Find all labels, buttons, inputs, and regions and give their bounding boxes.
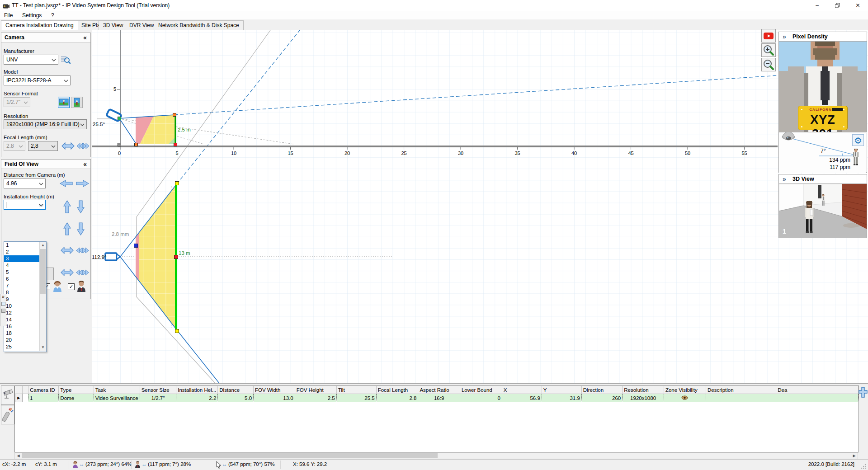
expand-panel-icon2[interactable]: » (783, 174, 786, 183)
col-tilt[interactable]: Tilt (336, 386, 376, 394)
cell-lower-bound[interactable]: 0 (460, 394, 502, 402)
distance-increase-arrow[interactable] (76, 180, 89, 187)
lower-bound-down-arrow[interactable] (77, 222, 85, 235)
menu-settings[interactable]: Settings (19, 12, 45, 19)
collapse-left-icon2[interactable]: « (83, 160, 87, 169)
cell-aspect-ratio[interactable]: 16:9 (418, 394, 460, 402)
menu-file[interactable]: File (1, 12, 16, 19)
distance-widen-arrow[interactable] (61, 269, 74, 276)
expand-panel-icon[interactable]: » (783, 32, 786, 41)
close-button[interactable]: ✕ (848, 0, 868, 11)
orientation-landscape-button[interactable] (58, 97, 70, 108)
col-focal-length[interactable]: Focal Length (376, 386, 418, 394)
cell-focal-length[interactable]: 2.8 (376, 394, 418, 402)
col-sensor-size[interactable]: Sensor Size (140, 386, 176, 394)
cell-task[interactable]: Video Surveillance (94, 394, 140, 402)
handle-plan-center[interactable] (175, 255, 178, 259)
collapsed-panel-strip[interactable]: » (0, 294, 6, 326)
handle-camera-side[interactable] (118, 117, 121, 120)
manufacturer-select[interactable]: UNV (4, 55, 58, 65)
menu-help[interactable]: ? (48, 12, 57, 19)
add-camera-button[interactable] (859, 386, 868, 398)
cell-camera-id[interactable]: 1 (28, 394, 58, 402)
installation-height-dropdown-list[interactable]: 1 2 3 4 5 6 7 8 9 10 12 14 16 18 20 25 ▲… (4, 241, 47, 352)
handle-near-ground[interactable] (135, 143, 138, 146)
cable-tool-button[interactable] (1, 405, 14, 424)
scroll-left-icon[interactable]: ◀ (15, 453, 22, 459)
eye-icon[interactable] (681, 395, 688, 400)
camera-group-header[interactable]: Camera « (1, 33, 90, 42)
focal-length-select[interactable]: 2,8 (28, 141, 58, 151)
camera-list-tool-button[interactable] (1, 385, 14, 405)
resize-grip[interactable] (860, 463, 866, 469)
gear-icon[interactable]: ⚙ (852, 134, 864, 146)
cell-x[interactable]: 56.9 (502, 394, 542, 402)
table-row[interactable]: ▶ 1 Dome Video Surveillance 1/2.7" 2.2 5… (15, 394, 859, 402)
col-task[interactable]: Task (94, 386, 140, 394)
tab-network-bandwidth[interactable]: Network Bandwidth & Disk Space (154, 20, 244, 30)
pixel-density-header[interactable]: » Pixel Density (779, 32, 867, 42)
col-camera-id[interactable]: Camera ID (28, 386, 58, 394)
scroll-right-icon[interactable]: ▶ (851, 453, 858, 459)
scroll-down-icon[interactable]: ▼ (40, 344, 46, 351)
view-3d-thumbnail[interactable]: 1 (779, 184, 867, 238)
cell-resolution[interactable]: 1920x1080 (623, 394, 664, 402)
view-3d-header[interactable]: » 3D View (779, 174, 867, 184)
fov-group-header[interactable]: Field Of View « (1, 160, 90, 169)
col-direction[interactable]: Direction (581, 386, 622, 394)
cell-y[interactable]: 31.9 (542, 394, 581, 402)
distance-select[interactable]: 4.96 (4, 179, 46, 188)
cell-direction[interactable]: 260 (581, 394, 622, 402)
col-x[interactable]: X (502, 386, 542, 394)
cell-installation-height[interactable]: 2.2 (176, 394, 218, 402)
distance-step-arrows[interactable] (75, 269, 89, 276)
cell-tilt[interactable]: 25.5 (336, 394, 376, 402)
col-description[interactable]: Description (706, 386, 776, 394)
col-y[interactable]: Y (542, 386, 581, 394)
row-selector[interactable]: ▶ (15, 394, 23, 402)
focal-length-fixed-select[interactable]: 2.8 (4, 141, 25, 151)
distance-decrease-arrow[interactable] (60, 180, 73, 187)
show-man-checkbox[interactable]: ✓ (68, 283, 75, 290)
table-horizontal-scrollbar[interactable]: ◀ ▶ (14, 452, 858, 459)
orientation-portrait-button[interactable] (71, 97, 83, 108)
fov-widen-arrow[interactable] (61, 247, 74, 254)
handle-fov-top[interactable] (173, 113, 176, 117)
col-fov-width[interactable]: FOV Width (254, 386, 295, 394)
height-up-arrow[interactable] (63, 200, 71, 213)
col-installation-height[interactable]: Installation Hei... (176, 386, 218, 394)
drawing-canvas[interactable]: 5 0 5 10 15 20 25 30 35 40 45 50 55 (92, 30, 868, 383)
tab-3d-view[interactable]: 3D View (99, 20, 127, 30)
cell-distance[interactable]: 5.0 (218, 394, 254, 402)
col-fov-height[interactable]: FOV Height (295, 386, 336, 394)
collapse-left-icon[interactable]: « (83, 33, 87, 42)
resolution-select[interactable]: 1920x1080 (2MP 16:9 FullHD) (4, 119, 87, 129)
height-down-arrow[interactable] (77, 200, 85, 213)
scroll-up-icon[interactable]: ▲ (40, 242, 46, 249)
cell-fov-height[interactable]: 2.5 (295, 394, 336, 402)
model-select[interactable]: IPC322LB-SF28-A (4, 75, 71, 85)
cell-sensor-size[interactable]: 1/2.7" (140, 394, 176, 402)
fov-step-arrows[interactable] (75, 247, 89, 254)
restore-button[interactable] (827, 0, 848, 11)
expand-right-icon[interactable]: » (0, 294, 6, 299)
camera-search-button[interactable] (60, 55, 71, 65)
sensor-format-select[interactable]: 1/2.7" (4, 97, 30, 107)
col-type[interactable]: Type (59, 386, 94, 394)
tab-camera-installation-drawing[interactable]: Camera Installation Drawing (1, 20, 78, 31)
lower-bound-up-arrow[interactable] (63, 222, 71, 235)
col-zone-visibility[interactable]: Zone Visibility (664, 386, 706, 394)
focal-widen-arrow-button[interactable] (61, 142, 75, 150)
minimize-button[interactable]: – (807, 0, 827, 11)
handle-far-ground[interactable] (174, 143, 177, 146)
col-aspect-ratio[interactable]: Aspect Ratio (418, 386, 460, 394)
col-distance[interactable]: Distance (218, 386, 254, 394)
handle-ground-origin[interactable] (118, 143, 121, 146)
zoom-in-button[interactable] (761, 43, 776, 57)
cell-description[interactable] (706, 394, 776, 402)
focal-step-arrows-button[interactable] (76, 142, 90, 150)
cell-zone-visibility[interactable] (664, 394, 706, 402)
dropdown-scrollbar[interactable]: ▲ ▼ (39, 242, 46, 351)
handle-plan-near[interactable] (134, 244, 138, 248)
cell-type[interactable]: Dome (59, 394, 94, 402)
